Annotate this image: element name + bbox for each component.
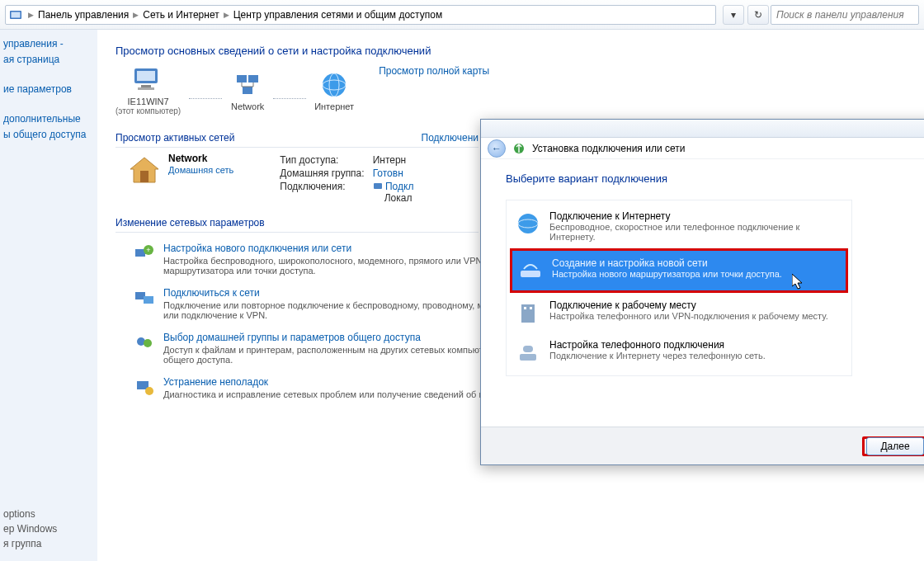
option-new-network-highlight: Создание и настройка новой сети Настройк… (510, 248, 848, 293)
option-internet[interactable]: Подключение к Интернету Беспроводное, ск… (510, 204, 848, 248)
next-button-highlight: Далее (862, 436, 924, 456)
next-button[interactable]: Далее (866, 437, 924, 455)
option-workplace[interactable]: Подключение к рабочему месту Настройка т… (510, 293, 848, 332)
svg-rect-8 (243, 87, 252, 94)
wizard-dialog: — ☐ ✕ ← Установка подключения или сети В… (480, 119, 924, 465)
troubleshoot-icon (134, 376, 155, 398)
opt-title-0: Подключение к Интернету (549, 210, 843, 222)
svg-rect-19 (144, 296, 153, 304)
network-icon (230, 70, 265, 100)
explorer-toolbar: ▶ Панель управления ▶ Сеть и Интернет ▶ … (0, 0, 924, 30)
wizard-header: ← Установка подключения или сети (481, 138, 924, 159)
breadcrumb-item-0[interactable]: Панель управления (36, 9, 130, 21)
sidebar-footer-2[interactable]: я группа (3, 538, 57, 549)
svg-rect-32 (523, 346, 533, 352)
task-title-1[interactable]: Подключиться к сети (163, 287, 260, 299)
phone-icon (515, 339, 541, 365)
svg-rect-31 (520, 354, 536, 361)
connection-options: Подключение к Интернету Беспроводное, ск… (506, 200, 852, 376)
opt-desc-3: Подключение к Интернету через телефонную… (549, 351, 766, 361)
connect-network-icon (134, 287, 155, 309)
svg-rect-6 (237, 75, 247, 82)
homegroup-icon (134, 332, 155, 353)
opt-desc-2: Настройка телефонного или VPN-подключени… (549, 311, 828, 321)
history-dropdown-button[interactable]: ▾ (723, 5, 744, 25)
node-network: Network (230, 70, 265, 111)
wizard-title: Установка подключения или сети (532, 143, 685, 154)
node-internet-name: Интернет (314, 101, 354, 111)
connection-value-2: Локал (384, 192, 412, 204)
svg-rect-30 (530, 307, 532, 309)
wizard-body: Выберите вариант подключения Подключение… (481, 159, 924, 376)
search-placeholder: Поиск в панели управления (776, 9, 904, 21)
node-this-pc: IE11WIN7 (этот компьютер) (116, 65, 181, 116)
opt-desc-0: Беспроводное, скоростное или телефонное … (549, 222, 843, 242)
control-panel-icon (9, 8, 22, 21)
task-title-2[interactable]: Выбор домашней группы и параметров общег… (163, 332, 421, 343)
chevron-right-icon: ▶ (224, 11, 229, 19)
sidebar-link-4[interactable]: ы общего доступа (3, 128, 94, 141)
svg-rect-28 (521, 304, 535, 323)
node-net-name: Network (230, 101, 265, 111)
homegroup-value-link[interactable]: Готовн (373, 167, 403, 179)
svg-rect-3 (137, 71, 155, 81)
breadcrumb-item-2[interactable]: Центр управления сетями и общим доступом (232, 9, 445, 21)
svg-point-21 (144, 339, 152, 347)
task-desc-3: Диагностика и исправление сетевых пробле… (163, 389, 484, 399)
breadcrumb-item-1[interactable]: Сеть и Интернет (141, 9, 220, 21)
sidebar-link-1[interactable]: ая страница (3, 53, 94, 66)
opt-title-1: Создание и настройка новой сети (552, 257, 782, 269)
wizard-footer: Далее Отм (481, 427, 924, 464)
svg-rect-5 (138, 87, 154, 90)
sidebar-link-3[interactable]: дополнительные (3, 112, 94, 125)
option-new-network[interactable]: Создание и настройка новой сети Настройк… (512, 251, 846, 290)
network-name: Network (168, 153, 207, 164)
svg-rect-14 (374, 183, 382, 189)
page-title: Просмотр основных сведений о сети и наст… (116, 45, 916, 57)
wizard-titlebar[interactable]: — ☐ ✕ (481, 120, 924, 138)
svg-rect-4 (141, 85, 151, 87)
search-input[interactable]: Поиск в панели управления (771, 5, 919, 25)
svg-text:+: + (146, 246, 150, 254)
opt-title-3: Настройка телефонного подключения (549, 339, 766, 351)
refresh-button[interactable]: ↻ (747, 5, 769, 25)
connect-disconnect-link[interactable]: Подключени (422, 132, 478, 144)
active-networks-label: Просмотр активных сетей (116, 132, 234, 144)
svg-point-9 (323, 73, 346, 97)
sidebar-footer: options ер Windows я группа (3, 505, 57, 553)
sidebar-footer-0: options (3, 508, 57, 520)
opt-desc-1: Настройка нового маршрутизатора или точк… (552, 269, 782, 279)
sidebar-footer-1[interactable]: ер Windows (3, 523, 57, 535)
network-map: IE11WIN7 (этот компьютер) Network Интерн… (116, 65, 354, 116)
sidebar-link-2[interactable]: ие параметров (3, 82, 94, 96)
node-internet: Интернет (314, 70, 354, 111)
network-details: Тип доступа: Домашняя группа: Подключени… (280, 153, 413, 205)
wizard-heading: Выберите вариант подключения (506, 172, 924, 185)
view-full-map-link[interactable]: Просмотр полной карты (379, 65, 489, 77)
option-dialup[interactable]: Настройка телефонного подключения Подклю… (510, 332, 848, 372)
task-title-0[interactable]: Настройка нового подключения или сети (163, 243, 351, 254)
back-button[interactable]: ← (488, 139, 506, 158)
address-breadcrumb[interactable]: ▶ Панель управления ▶ Сеть и Интернет ▶ … (5, 5, 716, 25)
svg-rect-13 (140, 171, 148, 182)
node-pc-sub: (этот компьютер) (116, 106, 181, 116)
access-type-value: Интерн (373, 154, 414, 166)
sidebar-link-0[interactable]: управления - (3, 37, 94, 50)
svg-point-23 (145, 387, 153, 395)
computer-icon (131, 65, 166, 95)
svg-rect-7 (248, 75, 258, 82)
network-type-link[interactable]: Домашняя сеть (168, 165, 233, 175)
opt-title-2: Подключение к рабочему месту (549, 299, 828, 311)
globe-icon (515, 210, 541, 237)
sidebar: управления - ая страница ие параметров д… (0, 30, 97, 561)
node-pc-name: IE11WIN7 (116, 97, 181, 106)
connection-value-link[interactable]: Подкл (385, 181, 413, 192)
adapter-icon (373, 182, 383, 191)
chevron-right-icon: ▶ (133, 11, 139, 19)
globe-icon (317, 70, 351, 100)
homegroup-label: Домашняя группа: (280, 167, 364, 179)
new-connection-icon: + (134, 243, 155, 264)
task-title-3[interactable]: Устранение неполадок (163, 376, 268, 388)
svg-rect-29 (524, 307, 526, 309)
building-icon (515, 299, 541, 326)
